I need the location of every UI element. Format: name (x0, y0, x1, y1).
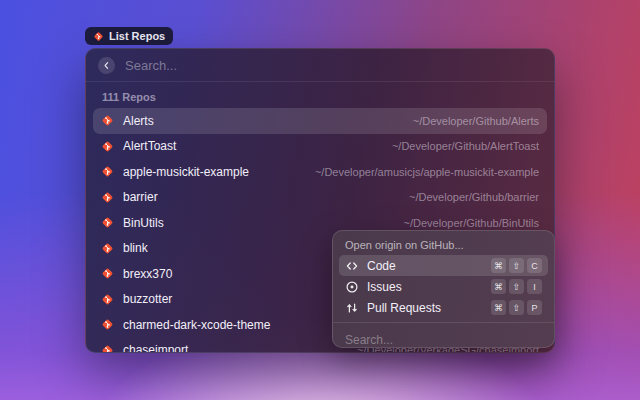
repo-name: chaseimport (123, 343, 188, 353)
search-bar (86, 49, 554, 82)
repo-name: Alerts (123, 114, 154, 128)
shortcut-keys: ⌘⇧C (491, 258, 542, 273)
section-header: 111 Repos (86, 82, 554, 108)
keycap: I (527, 279, 542, 294)
keycap: ⌘ (491, 258, 506, 273)
keycap: ⇧ (509, 300, 524, 315)
search-input[interactable] (125, 58, 542, 73)
git-icon (101, 318, 114, 331)
code-icon (345, 259, 359, 273)
repo-name: charmed-dark-xcode-theme (123, 318, 270, 332)
issues-icon (345, 280, 359, 294)
git-icon (101, 140, 114, 153)
repo-path: ~/Developer/amusicjs/apple-musickit-exam… (315, 166, 539, 178)
command-tag-label: List Repos (109, 30, 165, 42)
git-icon (101, 242, 114, 255)
repo-list-item[interactable]: apple-musickit-example ~/Developer/amusi… (93, 159, 547, 185)
repo-name: AlertToast (123, 139, 176, 153)
chevron-left-icon (102, 61, 111, 70)
actions-menu-header: Open origin on GitHub... (333, 231, 554, 255)
repo-list-item[interactable]: AlertToast ~/Developer/Github/AlertToast (93, 134, 547, 160)
repo-name: BinUtils (123, 216, 164, 230)
repo-path: ~/Developer/Github/Alerts (413, 115, 539, 127)
keycap: C (527, 258, 542, 273)
actions-menu: Open origin on GitHub... Code ⌘⇧C Issues… (332, 230, 555, 348)
repo-list-item[interactable]: Alerts ~/Developer/Github/Alerts (93, 108, 547, 134)
menu-item[interactable]: Pull Requests ⌘⇧P (339, 297, 548, 318)
git-icon (101, 191, 114, 204)
repo-name: blink (123, 241, 148, 255)
git-icon (101, 344, 114, 353)
git-icon (101, 216, 114, 229)
repo-list-item[interactable]: barrier ~/Developer/Github/barrier (93, 185, 547, 211)
repo-name: buzzotter (123, 292, 172, 306)
git-icon (101, 165, 114, 178)
repo-path: ~/Developer/Github/AlertToast (392, 140, 539, 152)
back-button[interactable] (98, 57, 115, 74)
keycap: ⇧ (509, 279, 524, 294)
keycap: ⌘ (491, 279, 506, 294)
pull-request-icon (345, 301, 359, 315)
command-tag-list-repos[interactable]: List Repos (85, 27, 173, 45)
repo-name: barrier (123, 190, 158, 204)
keycap: ⌘ (491, 300, 506, 315)
git-icon (101, 114, 114, 127)
repo-name: brexx370 (123, 267, 172, 281)
shortcut-keys: ⌘⇧I (491, 279, 542, 294)
menu-item[interactable]: Code ⌘⇧C (339, 255, 548, 276)
git-icon (101, 293, 114, 306)
repo-name: apple-musickit-example (123, 165, 249, 179)
git-icon (93, 31, 104, 42)
repo-path: ~/Developer/Github/barrier (409, 191, 539, 203)
git-icon (101, 267, 114, 280)
menu-item-label: Code (367, 259, 396, 273)
shortcut-keys: ⌘⇧P (491, 300, 542, 315)
repo-path: ~/Developer/Github/BinUtils (404, 217, 539, 229)
keycap: P (527, 300, 542, 315)
keycap: ⇧ (509, 258, 524, 273)
menu-item-label: Issues (367, 280, 402, 294)
menu-search-input[interactable] (345, 333, 542, 347)
menu-search (333, 323, 554, 348)
menu-item-label: Pull Requests (367, 301, 441, 315)
menu-item[interactable]: Issues ⌘⇧I (339, 276, 548, 297)
actions-menu-items: Code ⌘⇧C Issues ⌘⇧I Pull Requests ⌘⇧P (333, 255, 554, 318)
